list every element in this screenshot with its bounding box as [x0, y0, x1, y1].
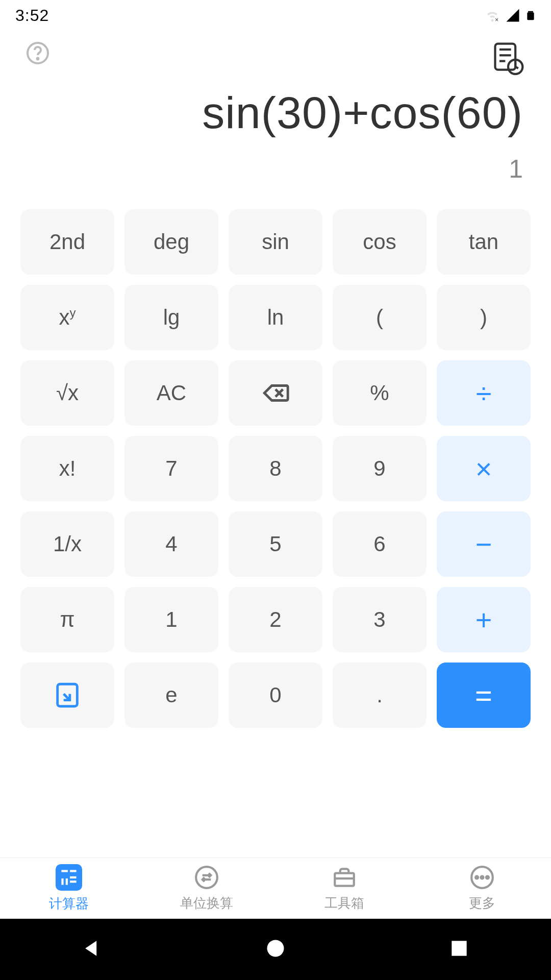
key-lg[interactable]: lg [124, 285, 218, 350]
key-2[interactable]: 2 [229, 587, 322, 652]
svg-rect-1 [528, 11, 533, 13]
key-collapse[interactable] [20, 663, 114, 728]
key-percent[interactable]: % [333, 360, 427, 426]
key-e[interactable]: e [124, 663, 218, 728]
key-ac[interactable]: AC [124, 360, 218, 426]
svg-point-24 [486, 876, 489, 879]
nav-tools-label: 工具箱 [324, 894, 364, 912]
svg-point-19 [196, 867, 217, 888]
svg-rect-2 [527, 12, 534, 20]
back-icon [81, 937, 103, 960]
wifi-off-icon: × [485, 8, 500, 23]
key-minus[interactable]: − [437, 511, 531, 577]
key-lparen[interactable]: ( [333, 285, 427, 350]
svg-rect-13 [61, 870, 68, 872]
unit-convert-icon [194, 865, 219, 890]
key-reciprocal[interactable]: 1/x [20, 511, 114, 577]
sys-back[interactable] [81, 937, 103, 962]
sys-recent[interactable] [448, 937, 470, 962]
bottom-nav: 计算器 单位换算 工具箱 更多 [0, 857, 551, 919]
equals-icon: = [475, 678, 492, 713]
key-6[interactable]: 6 [333, 511, 427, 577]
nav-calc-label: 计算器 [49, 895, 89, 913]
sys-home[interactable] [264, 937, 287, 962]
key-sqrt[interactable]: √x [20, 360, 114, 426]
svg-rect-15 [61, 878, 63, 885]
help-icon [26, 41, 50, 65]
collapse-icon [53, 680, 82, 710]
plus-icon: + [475, 603, 492, 636]
key-4[interactable]: 4 [124, 511, 218, 577]
svg-text:×: × [495, 16, 498, 23]
status-time: 3:52 [15, 6, 49, 25]
key-5[interactable]: 5 [229, 511, 322, 577]
key-equals[interactable]: = [437, 663, 531, 728]
key-8[interactable]: 8 [229, 436, 322, 501]
more-icon [469, 865, 495, 890]
backspace-icon [261, 378, 290, 408]
key-rparen[interactable]: ) [437, 285, 531, 350]
help-button[interactable] [26, 41, 50, 67]
svg-point-22 [475, 876, 478, 879]
key-sin[interactable]: sin [229, 209, 322, 275]
minus-icon: − [475, 528, 492, 561]
svg-rect-16 [66, 878, 68, 885]
svg-rect-5 [495, 44, 516, 70]
key-factorial[interactable]: x! [20, 436, 114, 501]
calculator-icon [56, 865, 82, 890]
key-plus[interactable]: + [437, 587, 531, 652]
divide-icon: ÷ [476, 377, 492, 410]
keypad: 2nd deg sin cos tan xy lg ln ( ) √x AC %… [0, 209, 551, 728]
svg-point-23 [481, 876, 484, 879]
svg-rect-17 [70, 880, 77, 883]
display-area: sin(30)+cos(60) 1 [0, 87, 551, 184]
key-ln[interactable]: ln [229, 285, 322, 350]
key-power[interactable]: xy [20, 285, 114, 350]
svg-rect-26 [452, 941, 466, 955]
signal-icon [505, 8, 520, 23]
key-pi[interactable]: π [20, 587, 114, 652]
key-divide[interactable]: ÷ [437, 360, 531, 426]
key-2nd[interactable]: 2nd [20, 209, 114, 275]
key-tan[interactable]: tan [437, 209, 531, 275]
status-bar: 3:52 × [0, 0, 551, 31]
svg-point-4 [37, 58, 39, 60]
nav-calculator[interactable]: 计算器 [0, 858, 138, 919]
key-0[interactable]: 0 [229, 663, 322, 728]
key-1[interactable]: 1 [124, 587, 218, 652]
svg-rect-18 [70, 876, 77, 878]
system-nav [0, 919, 551, 980]
multiply-icon: × [475, 452, 492, 485]
xy-label: xy [59, 305, 76, 330]
key-cos[interactable]: cos [333, 209, 427, 275]
key-9[interactable]: 9 [333, 436, 427, 501]
nav-more[interactable]: 更多 [413, 858, 551, 919]
result-text: 1 [28, 154, 523, 184]
recent-icon [448, 937, 470, 960]
nav-unit[interactable]: 单位换算 [138, 858, 276, 919]
expression-text: sin(30)+cos(60) [28, 87, 523, 139]
header-bar [0, 31, 551, 82]
status-icons: × [485, 7, 536, 24]
key-multiply[interactable]: × [437, 436, 531, 501]
svg-rect-14 [70, 870, 77, 872]
nav-unit-label: 单位换算 [180, 894, 233, 912]
nav-tools[interactable]: 工具箱 [276, 858, 413, 919]
key-backspace[interactable] [229, 360, 322, 426]
toolbox-icon [332, 865, 357, 890]
home-icon [264, 937, 287, 960]
history-button[interactable] [491, 41, 525, 78]
key-dot[interactable]: . [333, 663, 427, 728]
history-icon [491, 41, 525, 76]
svg-rect-12 [58, 684, 78, 706]
key-3[interactable]: 3 [333, 587, 427, 652]
battery-icon [525, 7, 536, 24]
key-deg[interactable]: deg [124, 209, 218, 275]
nav-more-label: 更多 [469, 894, 495, 912]
sqrt-label: √x [56, 381, 79, 405]
key-7[interactable]: 7 [124, 436, 218, 501]
svg-point-25 [267, 940, 284, 957]
